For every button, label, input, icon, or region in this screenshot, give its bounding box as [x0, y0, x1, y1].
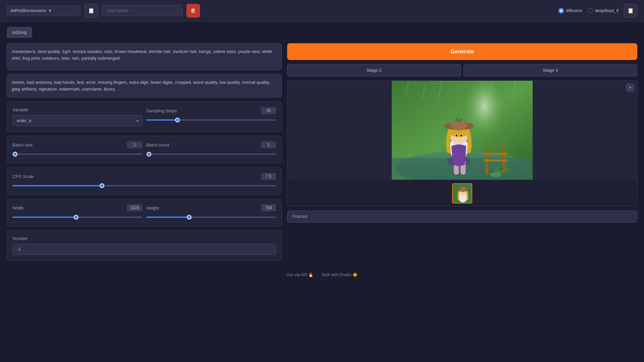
- deepfloyd-radio-dot: [588, 8, 593, 13]
- height-label: Height: [146, 205, 159, 210]
- width-track: [12, 217, 142, 218]
- cfg-scale-thumb[interactable]: [100, 183, 104, 188]
- generated-image: [287, 81, 637, 180]
- batch-count-track: [146, 154, 276, 155]
- batch-count-slider-wrapper: [146, 151, 276, 158]
- model-select[interactable]: ddPn08/unknownx ▾: [7, 6, 80, 15]
- diffusers-radio[interactable]: diffusers: [558, 8, 582, 13]
- number-label: Number: [12, 236, 276, 241]
- copy-button[interactable]: 📋: [85, 4, 98, 17]
- gradio-link[interactable]: Built with Gradio: [322, 273, 351, 277]
- svg-point-31: [499, 167, 501, 168]
- cfg-scale-label: CFG Scale: [12, 174, 34, 179]
- trash-icon: 🗑: [191, 8, 196, 14]
- batch-size-group: Batch size 1: [12, 141, 142, 158]
- cfg-section: CFG Scale 7.5: [7, 167, 282, 195]
- thumbnail-item[interactable]: [452, 183, 472, 203]
- width-thumb[interactable]: [74, 215, 78, 220]
- settings-icon: 📋: [627, 7, 634, 14]
- chevron-down-icon: ▾: [49, 8, 51, 13]
- sampler-section: Sampler euler_a ▾ Sampling Steps 25: [7, 102, 282, 132]
- batch-count-group: Batch count 1: [146, 141, 276, 158]
- dimensions-section: Width 1024 Height 70: [7, 199, 282, 226]
- height-value[interactable]: 704: [261, 204, 276, 211]
- batch-section: Batch size 1 Batch count: [7, 136, 282, 163]
- diffusers-radio-dot: [558, 8, 564, 13]
- svg-point-20: [459, 117, 461, 119]
- svg-point-5: [490, 172, 502, 177]
- model-name: ddPn08/unknownx: [10, 8, 46, 13]
- sampler-select[interactable]: euler_a: [12, 115, 142, 126]
- width-fill: [12, 217, 76, 218]
- svg-point-30: [498, 167, 503, 170]
- batch-count-label: Batch count: [146, 142, 169, 147]
- width-group: Width 1024: [12, 204, 142, 221]
- gradio-icon: 🔶: [353, 273, 358, 277]
- positive-prompt[interactable]: masterpiece, best quality, 1girl, moriya…: [7, 43, 282, 70]
- right-panel: Generate Stage 2 Stage 3 ×: [287, 43, 637, 260]
- stage-buttons: Stage 2 Stage 3: [287, 64, 637, 76]
- number-input[interactable]: [12, 244, 276, 255]
- sampling-steps-fill: [146, 119, 177, 121]
- sampler-group: Sampler euler_a ▾: [12, 107, 142, 126]
- svg-point-23: [456, 134, 458, 136]
- svg-point-32: [501, 167, 502, 168]
- stage2-button[interactable]: Stage 2: [287, 64, 461, 76]
- add-model-input[interactable]: [102, 5, 182, 16]
- tab-txt2img[interactable]: txt2img: [7, 27, 32, 38]
- sampler-select-wrapper[interactable]: euler_a ▾: [12, 115, 142, 126]
- width-label-row: Width 1024: [12, 204, 142, 211]
- tab-txt2img-label: txt2img: [12, 30, 26, 35]
- batch-count-thumb[interactable]: [147, 152, 151, 157]
- number-section: Number: [7, 230, 282, 260]
- close-icon: ×: [629, 85, 631, 90]
- sampler-label: Sampler: [12, 107, 142, 112]
- tab-bar: txt2img: [7, 27, 637, 38]
- left-panel: masterpiece, best quality, 1girl, moriya…: [7, 43, 282, 260]
- batch-count-value[interactable]: 1: [261, 141, 276, 148]
- height-group: Height 704: [146, 204, 276, 221]
- generate-button[interactable]: Generate: [287, 43, 637, 60]
- sampling-steps-track: [146, 119, 276, 121]
- height-track: [146, 217, 276, 218]
- batch-size-thumb[interactable]: [13, 152, 17, 157]
- height-thumb[interactable]: [187, 215, 192, 220]
- sampling-steps-group: Sampling Steps 25: [146, 107, 276, 126]
- number-group: Number: [12, 236, 276, 255]
- svg-point-24: [461, 134, 462, 136]
- cfg-scale-track: [12, 185, 276, 186]
- dimensions-row: Width 1024 Height 70: [12, 204, 276, 221]
- sampling-steps-slider-wrapper: [146, 117, 276, 123]
- image-close-button[interactable]: ×: [626, 83, 634, 92]
- model-type-radio[interactable]: diffusers deepfloyd_if: [558, 8, 619, 13]
- trash-button[interactable]: 🗑: [186, 4, 200, 17]
- sampling-steps-label: Sampling Steps: [146, 108, 177, 113]
- settings-button[interactable]: 📋: [624, 4, 637, 17]
- sampler-row: Sampler euler_a ▾ Sampling Steps 25: [12, 107, 276, 126]
- cfg-scale-group: CFG Scale 7.5: [12, 173, 276, 189]
- batch-size-track: [12, 154, 142, 155]
- batch-row: Batch size 1 Batch count: [12, 141, 276, 158]
- sampling-steps-thumb[interactable]: [175, 118, 180, 122]
- width-value[interactable]: 1024: [127, 204, 142, 211]
- diffusers-label: diffusers: [566, 8, 582, 13]
- svg-point-19: [457, 117, 459, 119]
- sampling-steps-value[interactable]: 25: [261, 107, 276, 114]
- sampling-steps-label-row: Sampling Steps 25: [146, 107, 276, 114]
- status-text: Finished: [292, 214, 307, 219]
- height-label-row: Height 704: [146, 204, 276, 211]
- deepfloyd-radio[interactable]: deepfloyd_if: [588, 8, 619, 13]
- image-panel: ×: [287, 80, 637, 206]
- cfg-scale-value[interactable]: 7.5: [261, 173, 276, 180]
- content-area: masterpiece, best quality, 1girl, moriya…: [7, 43, 637, 260]
- cfg-scale-slider-wrapper: [12, 182, 276, 189]
- stage3-button[interactable]: Stage 3: [464, 64, 637, 76]
- svg-rect-8: [484, 153, 507, 155]
- height-slider-wrapper: [146, 214, 276, 221]
- negative-prompt[interactable]: lowres, bad anatomy, bad hands, text, er…: [7, 74, 282, 98]
- cfg-scale-fill: [12, 185, 102, 186]
- api-link[interactable]: Use via API: [286, 273, 307, 277]
- batch-size-value[interactable]: 1: [127, 141, 142, 148]
- batch-size-label-row: Batch size 1: [12, 141, 142, 148]
- svg-point-37: [460, 187, 466, 192]
